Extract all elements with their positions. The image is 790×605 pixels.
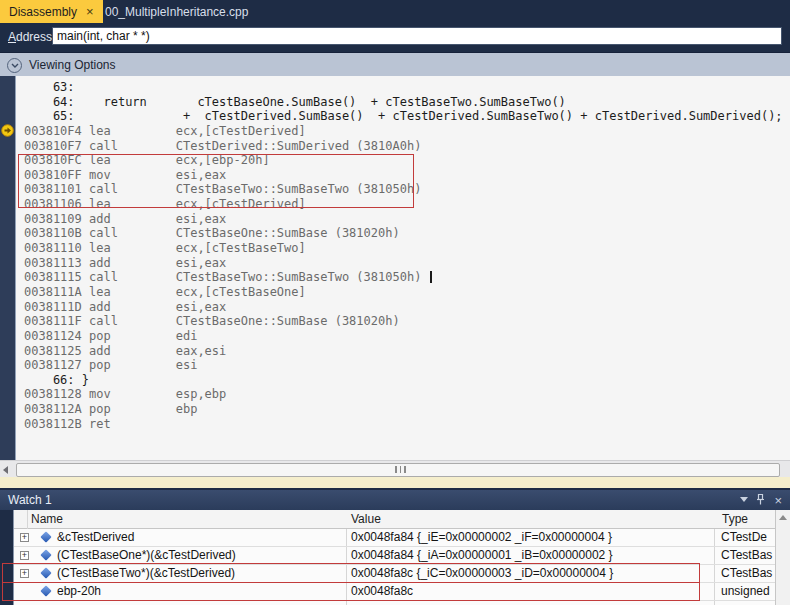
annotation-box-disassembly bbox=[18, 154, 414, 208]
asm-line[interactable]: 0038110B call CTestBaseOne::SumBase (381… bbox=[16, 226, 790, 241]
expand-plus-icon[interactable]: + bbox=[20, 533, 29, 542]
document-tab-bar: Disassembly × 00_MultipleInheritance.cpp bbox=[0, 0, 790, 23]
document-bottom-strip bbox=[0, 477, 790, 488]
disassembly-editor[interactable]: 63: 64: return cTestBaseOne.SumBase() + … bbox=[0, 76, 790, 460]
viewing-options-bar[interactable]: Viewing Options bbox=[0, 52, 790, 76]
asm-line[interactable]: 00381124 pop edi bbox=[16, 329, 790, 344]
address-input[interactable] bbox=[52, 27, 782, 45]
address-label: Address: bbox=[8, 30, 55, 44]
asm-line[interactable]: 00381125 add eax,esi bbox=[16, 344, 790, 359]
source-line[interactable]: 66: } bbox=[16, 373, 790, 388]
watch-value-cell[interactable]: 0x0048fa84 {_iA=0x00000001 _iB=0x0000000… bbox=[351, 548, 613, 562]
asm-line[interactable]: 00381128 mov esp,ebp bbox=[16, 387, 790, 402]
watch-vertical-scrollbar[interactable] bbox=[775, 510, 790, 605]
scrollbar-grip-icon bbox=[395, 466, 407, 473]
collapse-chevron-icon[interactable] bbox=[7, 58, 22, 73]
watch-type-cell[interactable]: CTestDe bbox=[721, 530, 775, 544]
column-divider bbox=[27, 510, 28, 529]
asm-line[interactable]: 00381113 add esi,eax bbox=[16, 256, 790, 271]
scroll-left-arrow-icon[interactable] bbox=[3, 466, 8, 474]
asm-line[interactable]: 0038112B ret bbox=[16, 417, 790, 432]
asm-line[interactable]: 0038111D add esi,eax bbox=[16, 300, 790, 315]
watch-type-cell[interactable]: unsigned bbox=[721, 584, 775, 598]
tab-close-icon[interactable]: × bbox=[86, 5, 94, 18]
asm-line[interactable]: 00381115 call CTestBaseTwo::SumBaseTwo (… bbox=[16, 270, 790, 285]
column-header-type[interactable]: Type bbox=[722, 512, 748, 526]
annotation-box-watch-row4 bbox=[2, 582, 700, 601]
expand-plus-icon[interactable]: + bbox=[20, 551, 29, 560]
watch-type-cell[interactable]: CTestBas bbox=[721, 548, 775, 562]
close-icon[interactable]: × bbox=[774, 493, 782, 508]
tab-disassembly[interactable]: Disassembly × bbox=[0, 0, 103, 23]
window-menu-icon[interactable] bbox=[740, 497, 748, 502]
disassembly-window: Disassembly × 00_MultipleInheritance.cpp… bbox=[0, 0, 790, 605]
asm-line[interactable]: 003810F7 call CTestDerived::SumDerived (… bbox=[16, 139, 790, 154]
watch-name-cell[interactable]: &cTestDerived bbox=[57, 530, 134, 544]
tab-multipleinheritance-cpp[interactable]: 00_MultipleInheritance.cpp bbox=[96, 0, 257, 23]
asm-line[interactable]: 0038111A lea ecx,[cTestBaseOne] bbox=[16, 285, 790, 300]
watch-name-cell[interactable]: (CTestBaseOne*)(&cTestDerived) bbox=[57, 548, 236, 562]
source-line[interactable]: 63: bbox=[16, 80, 790, 95]
column-header-value[interactable]: Value bbox=[351, 512, 381, 526]
address-label-accel: A bbox=[8, 30, 16, 44]
watch-type-cell[interactable]: CTestBas bbox=[721, 566, 775, 580]
asm-line[interactable]: 0038112A pop ebp bbox=[16, 402, 790, 417]
viewing-options-label: Viewing Options bbox=[29, 58, 116, 72]
tab-disassembly-label: Disassembly bbox=[9, 5, 77, 19]
asm-line[interactable]: 003810F4 lea ecx,[cTestDerived] bbox=[16, 124, 790, 139]
watch-title: Watch 1 bbox=[8, 493, 52, 507]
source-line[interactable]: 65: + cTestDerived.SumBase() + cTestDeri… bbox=[16, 109, 790, 124]
tab-cpp-label: 00_MultipleInheritance.cpp bbox=[105, 5, 248, 19]
watch-row[interactable]: +&cTestDerived0x0048fa84 {_iE=0x00000002… bbox=[14, 529, 790, 547]
scroll-up-arrow-icon[interactable] bbox=[779, 515, 787, 520]
current-statement-arrow-icon bbox=[1, 124, 14, 137]
horizontal-scrollbar[interactable] bbox=[0, 460, 790, 477]
asm-line[interactable]: 00381109 add esi,eax bbox=[16, 212, 790, 227]
watch-header-row: Name Value Type bbox=[14, 510, 790, 529]
annotation-box-watch-row3 bbox=[2, 563, 700, 583]
code-lines: 63: 64: return cTestBaseOne.SumBase() + … bbox=[16, 80, 790, 431]
address-label-rest: ddress: bbox=[16, 30, 55, 44]
watch-variable-icon bbox=[40, 531, 51, 542]
source-line[interactable]: 64: return cTestBaseOne.SumBase() + cTes… bbox=[16, 95, 790, 110]
column-header-name[interactable]: Name bbox=[31, 512, 63, 526]
horizontal-scrollbar-thumb[interactable] bbox=[16, 463, 780, 477]
pin-icon[interactable] bbox=[755, 493, 766, 509]
asm-line[interactable]: 00381127 pop esi bbox=[16, 358, 790, 373]
address-bar: Address: bbox=[0, 23, 790, 52]
watch-value-cell[interactable]: 0x0048fa84 {_iE=0x00000002 _iF=0x0000000… bbox=[351, 530, 612, 544]
asm-line[interactable]: 0038111F call CTestBaseOne::SumBase (381… bbox=[16, 314, 790, 329]
asm-line[interactable]: 00381110 lea ecx,[cTestBaseTwo] bbox=[16, 241, 790, 256]
watch-title-bar[interactable]: Watch 1 × bbox=[0, 490, 790, 510]
text-caret bbox=[430, 271, 432, 283]
watch-variable-icon bbox=[40, 549, 51, 560]
